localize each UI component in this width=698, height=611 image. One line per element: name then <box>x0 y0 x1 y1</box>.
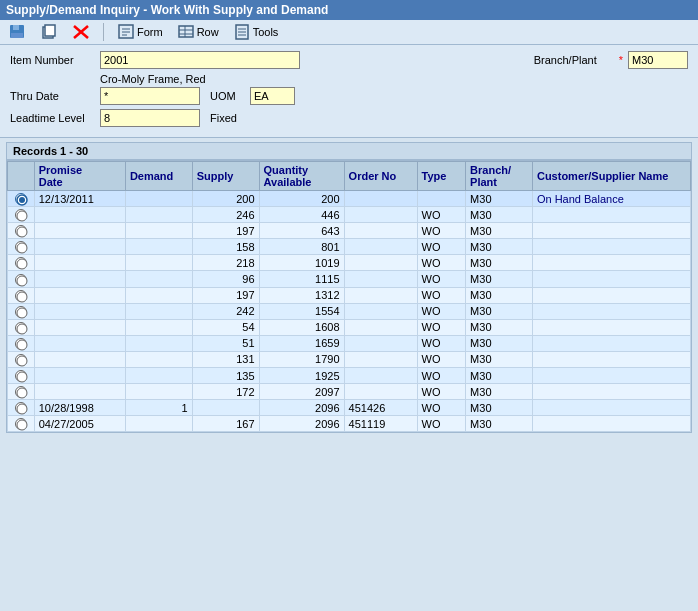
radio-button[interactable] <box>15 257 27 269</box>
radio-button[interactable] <box>15 354 27 366</box>
radio-cell[interactable] <box>8 303 35 319</box>
svg-point-28 <box>17 324 27 334</box>
type-cell: WO <box>417 271 466 287</box>
radio-cell[interactable] <box>8 416 35 432</box>
promise-date-cell <box>34 335 125 351</box>
svg-point-20 <box>19 197 25 203</box>
order-no-cell <box>344 384 417 400</box>
svg-point-29 <box>17 340 27 350</box>
qty-available-cell: 2096 <box>259 416 344 432</box>
radio-button[interactable] <box>15 402 27 414</box>
radio-cell[interactable] <box>8 287 35 303</box>
table-row[interactable]: 1971312WOM30 <box>8 287 691 303</box>
radio-button[interactable] <box>15 193 27 205</box>
type-cell: WO <box>417 303 466 319</box>
table-row[interactable]: 541608WOM30 <box>8 319 691 335</box>
radio-button[interactable] <box>15 241 27 253</box>
radio-button[interactable] <box>15 274 27 286</box>
col-header-promise-date: PromiseDate <box>34 162 125 191</box>
cust-name-cell <box>532 319 690 335</box>
table-row[interactable]: 246446WOM30 <box>8 207 691 223</box>
supply-cell: 131 <box>192 351 259 367</box>
thru-date-label: Thru Date <box>10 90 90 102</box>
col-header-type: Type <box>417 162 466 191</box>
radio-cell[interactable] <box>8 400 35 416</box>
form-icon-button[interactable]: Form <box>114 23 166 41</box>
cust-name-cell: On Hand Balance <box>532 191 690 207</box>
radio-button[interactable] <box>15 418 27 430</box>
table-row[interactable]: 1311790WOM30 <box>8 351 691 367</box>
supply-cell <box>192 400 259 416</box>
radio-button[interactable] <box>15 338 27 350</box>
copy-icon <box>40 24 58 40</box>
table-row[interactable]: 961115WOM30 <box>8 271 691 287</box>
radio-cell[interactable] <box>8 384 35 400</box>
demand-cell <box>125 255 192 271</box>
svg-rect-4 <box>45 25 55 36</box>
table-row[interactable]: 1351925WOM30 <box>8 368 691 384</box>
cust-name-cell <box>532 207 690 223</box>
type-cell: WO <box>417 287 466 303</box>
radio-cell[interactable] <box>8 255 35 271</box>
radio-cell[interactable] <box>8 271 35 287</box>
radio-cell[interactable] <box>8 191 35 207</box>
radio-cell[interactable] <box>8 368 35 384</box>
uom-input[interactable] <box>250 87 295 105</box>
table-row[interactable]: 1722097WOM30 <box>8 384 691 400</box>
supply-cell: 167 <box>192 416 259 432</box>
copy-button[interactable] <box>37 23 61 41</box>
radio-cell[interactable] <box>8 223 35 239</box>
qty-available-cell: 643 <box>259 223 344 239</box>
thru-date-input[interactable] <box>100 87 200 105</box>
radio-button[interactable] <box>15 306 27 318</box>
item-number-label: Item Number <box>10 54 90 66</box>
branch-plant-input[interactable] <box>628 51 688 69</box>
radio-cell[interactable] <box>8 207 35 223</box>
radio-cell[interactable] <box>8 319 35 335</box>
radio-cell[interactable] <box>8 351 35 367</box>
svg-point-21 <box>17 211 27 221</box>
qty-available-cell: 1790 <box>259 351 344 367</box>
col-header-radio <box>8 162 35 191</box>
item-number-input[interactable] <box>100 51 300 69</box>
cust-name-cell <box>532 271 690 287</box>
svg-point-23 <box>17 243 27 253</box>
qty-available-cell: 1312 <box>259 287 344 303</box>
table-row[interactable]: 12/13/2011200200M30On Hand Balance <box>8 191 691 207</box>
row-icon-button[interactable]: Row <box>174 23 222 41</box>
cust-name-cell <box>532 287 690 303</box>
branch-plant-label: Branch/Plant <box>534 54 614 66</box>
table-row[interactable]: 197643WOM30 <box>8 223 691 239</box>
table-row[interactable]: 04/27/20051672096451119WOM30 <box>8 416 691 432</box>
radio-cell[interactable] <box>8 239 35 255</box>
radio-button[interactable] <box>15 370 27 382</box>
table-row[interactable]: 2421554WOM30 <box>8 303 691 319</box>
table-row[interactable]: 511659WOM30 <box>8 335 691 351</box>
report-button[interactable]: Tools <box>230 23 282 41</box>
leadtime-input[interactable] <box>100 109 200 127</box>
radio-button[interactable] <box>15 386 27 398</box>
demand-cell <box>125 223 192 239</box>
report-icon <box>233 24 251 40</box>
qty-available-cell: 1019 <box>259 255 344 271</box>
qty-available-cell: 1659 <box>259 335 344 351</box>
promise-date-cell <box>34 255 125 271</box>
branch-plant-cell: M30 <box>466 191 533 207</box>
radio-button[interactable] <box>15 225 27 237</box>
table-row[interactable]: 10/28/199812096451426WOM30 <box>8 400 691 416</box>
order-no-cell <box>344 351 417 367</box>
demand-cell <box>125 239 192 255</box>
row-label: Row <box>197 26 219 38</box>
branch-plant-cell: M30 <box>466 287 533 303</box>
supply-cell: 172 <box>192 384 259 400</box>
table-body: 12/13/2011200200M30On Hand Balance246446… <box>8 191 691 432</box>
radio-button[interactable] <box>15 322 27 334</box>
delete-button[interactable] <box>69 23 93 41</box>
radio-cell[interactable] <box>8 335 35 351</box>
radio-button[interactable] <box>15 209 27 221</box>
table-row[interactable]: 2181019WOM30 <box>8 255 691 271</box>
save-button[interactable] <box>5 23 29 41</box>
table-row[interactable]: 158801WOM30 <box>8 239 691 255</box>
order-no-cell <box>344 223 417 239</box>
radio-button[interactable] <box>15 290 27 302</box>
